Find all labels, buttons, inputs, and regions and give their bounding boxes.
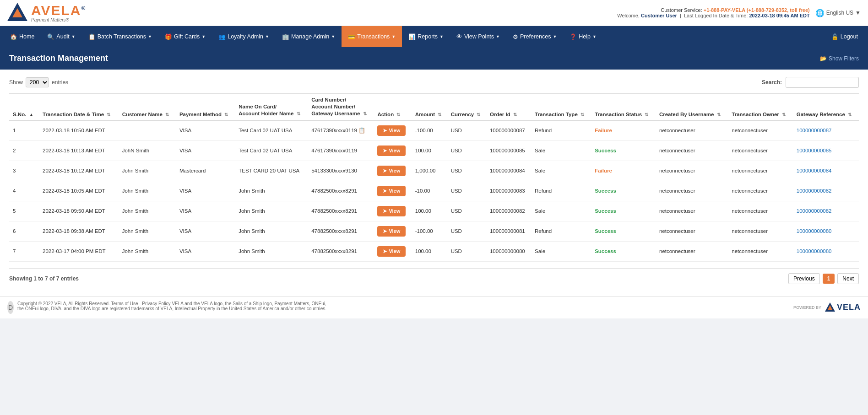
gateway-ref-link[interactable]: 100000000080 <box>797 248 832 254</box>
footer-triangle-icon <box>825 302 835 313</box>
view-button[interactable]: ➤ View <box>377 206 406 216</box>
view-button[interactable]: ➤ View <box>377 226 406 237</box>
th-amount[interactable]: Amount ⇅ <box>412 94 447 120</box>
view-button[interactable]: ➤ View <box>377 125 406 136</box>
th-currency[interactable]: Currency ⇅ <box>447 94 486 120</box>
cell-transaction-type: Refund <box>531 120 591 141</box>
sno-sort-icon: ▲ <box>29 112 34 117</box>
gateway-ref-link[interactable]: 100000000082 <box>797 188 832 194</box>
cell-transaction-type: Sale <box>531 201 591 221</box>
cell-sno: 5 <box>9 201 39 221</box>
th-payment-method[interactable]: Payment Method ⇅ <box>176 94 235 120</box>
cell-created-by: netconnectuser <box>656 201 728 221</box>
nav-home[interactable]: 🏠 Home <box>4 26 41 47</box>
cell-payment-method: VISA <box>176 221 235 241</box>
th-sno[interactable]: S.No. ▲ <box>9 94 39 120</box>
site-footer: D Copyright © 2022 VELA, All Rights Rese… <box>0 296 868 318</box>
view-button[interactable]: ➤ View <box>377 246 406 257</box>
nav-audit[interactable]: 🔍 Audit ▼ <box>41 26 81 47</box>
logo-text: AVELA® Payment Matters® <box>31 4 86 22</box>
th-created-by[interactable]: Created By Username ⇅ <box>656 94 728 120</box>
next-button[interactable]: Next <box>837 273 859 284</box>
view-button[interactable]: ➤ View <box>377 146 406 156</box>
table-row: 6 2022-03-18 09:38 AM EDT John Smith VIS… <box>9 221 859 241</box>
gateway-ref-link[interactable]: 100000000084 <box>797 168 832 173</box>
terms-link[interactable]: Terms of Use <box>111 301 138 306</box>
th-date[interactable]: Transaction Date & Time ⇅ <box>39 94 119 120</box>
nav-transactions[interactable]: 💳 Transactions ▼ <box>342 26 402 47</box>
table-header-row: S.No. ▲ Transaction Date & Time ⇅ Custom… <box>9 94 859 120</box>
cell-transaction-type: Sale <box>531 140 591 161</box>
cell-action: ➤ View <box>374 140 411 161</box>
nav-loyalty[interactable]: 👥 Loyalty Admin ▼ <box>212 26 276 47</box>
nav-reports[interactable]: 📊 Reports ▼ <box>402 26 450 47</box>
th-card-number[interactable]: Card Number/Account Number/Gateway Usern… <box>308 94 374 120</box>
cell-payment-method: VISA <box>176 181 235 201</box>
th-order-id[interactable]: Order Id ⇅ <box>486 94 531 120</box>
nav-batch[interactable]: 📋 Batch Transactions ▼ <box>82 26 158 47</box>
language-selector[interactable]: 🌐 English US ▼ <box>815 9 861 17</box>
nav-giftcards[interactable]: 🎁 Gift Cards ▼ <box>158 26 212 47</box>
th-owner[interactable]: Transaction Owner ⇅ <box>728 94 792 120</box>
cell-action: ➤ View <box>374 241 411 261</box>
cell-gateway-ref: 100000000080 <box>793 241 859 261</box>
card-sort-icon: ⇅ <box>363 111 367 116</box>
footer-copyright: Copyright © 2022 VELA, All Rights Reserv… <box>17 301 110 306</box>
reports-dropdown-arrow: ▼ <box>439 34 444 39</box>
entries-select[interactable]: 10 25 50 100 200 <box>26 77 49 87</box>
table-row: 2 2022-03-18 10:13 AM EDT JohN Smith VIS… <box>9 140 859 161</box>
previous-button[interactable]: Previous <box>788 273 820 284</box>
cell-amount: -100.00 <box>412 221 447 241</box>
cell-customer: JohN Smith <box>119 140 176 161</box>
gateway-ref-link[interactable]: 100000000085 <box>797 148 832 153</box>
gateway-ref-link[interactable]: 100000000080 <box>797 228 832 234</box>
gateway-ref-link[interactable]: 100000000082 <box>797 208 832 214</box>
card-info-icon[interactable]: 📋 <box>358 127 365 134</box>
th-name-on-card[interactable]: Name On Card/Account Holder Name ⇅ <box>235 94 308 120</box>
page-1-button[interactable]: 1 <box>823 274 835 284</box>
th-transaction-status[interactable]: Transaction Status ⇅ <box>591 94 656 120</box>
batch-dropdown-arrow: ▼ <box>148 34 152 39</box>
nav-logout[interactable]: 🔓 Logout <box>825 26 864 47</box>
cell-date: 2022-03-18 10:05 AM EDT <box>39 181 119 201</box>
view-button[interactable]: ➤ View <box>377 186 406 196</box>
table-row: 5 2022-03-18 09:50 AM EDT John Smith VIS… <box>9 201 859 221</box>
cell-name-on-card: John Smith <box>235 241 308 261</box>
nav-help[interactable]: ❓ Help ▼ <box>563 26 603 47</box>
nav-logout-label: Logout <box>841 33 858 40</box>
reports-icon: 📊 <box>408 33 416 40</box>
th-action[interactable]: Action ⇅ <box>374 94 411 120</box>
nav-preferences[interactable]: ⚙ Preferences ▼ <box>506 26 563 47</box>
cell-transaction-type: Sale <box>531 161 591 181</box>
cell-action: ➤ View <box>374 221 411 241</box>
loyalty-dropdown-arrow: ▼ <box>265 34 269 39</box>
view-button[interactable]: ➤ View <box>377 166 406 176</box>
nav-manageadmin[interactable]: 🏢 Manage Admin ▼ <box>276 26 342 47</box>
th-customer[interactable]: Customer Name ⇅ <box>119 94 176 120</box>
cell-currency: USD <box>447 181 486 201</box>
cell-amount: 1,000.00 <box>412 161 447 181</box>
view-arrow-icon: ➤ <box>383 128 387 134</box>
cell-amount: -100.00 <box>412 120 447 141</box>
cell-owner: netconnectuser <box>728 140 792 161</box>
transactions-table: S.No. ▲ Transaction Date & Time ⇅ Custom… <box>9 93 859 262</box>
show-filters-button[interactable]: 📂 Show Filters <box>820 55 859 62</box>
privacy-link[interactable]: Privacy Policy <box>142 301 170 306</box>
show-label: Show <box>9 79 23 86</box>
cell-currency: USD <box>447 201 486 221</box>
th-transaction-type[interactable]: Transaction Type ⇅ <box>531 94 591 120</box>
cell-created-by: netconnectuser <box>656 161 728 181</box>
gateway-ref-link[interactable]: 100000000087 <box>797 128 832 133</box>
order-sort-icon: ⇅ <box>513 112 517 117</box>
name-sort-icon: ⇅ <box>297 111 300 116</box>
nav-viewpoints[interactable]: 👁 View Points ▼ <box>450 26 506 47</box>
cell-payment-method: Mastercard <box>176 161 235 181</box>
cell-payment-method: VISA <box>176 241 235 261</box>
cell-name-on-card: Test Card 02 UAT USA <box>235 120 308 141</box>
search-area: Search: <box>762 77 859 88</box>
view-arrow-icon: ➤ <box>383 188 387 194</box>
th-gateway-ref[interactable]: Gateway Reference ⇅ <box>793 94 859 120</box>
search-input[interactable] <box>786 77 859 88</box>
cell-currency: USD <box>447 161 486 181</box>
cell-payment-method: VISA <box>176 140 235 161</box>
